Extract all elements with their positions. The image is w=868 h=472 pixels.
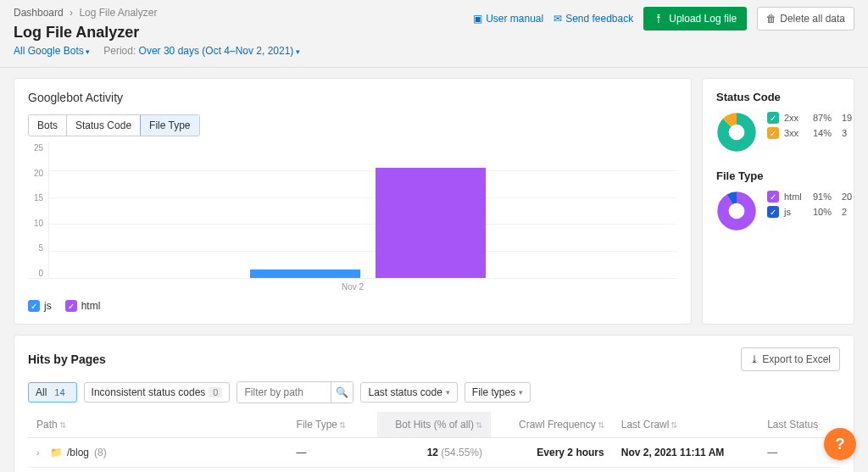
tab-bots[interactable]: Bots — [29, 115, 67, 136]
y-tick: 15 — [28, 193, 43, 203]
row-crawl-freq: Every 2 hours — [491, 438, 613, 468]
sort-icon: ⇅ — [339, 420, 346, 430]
page-header: Dashboard › Log File Analyzer Log File A… — [0, 0, 868, 68]
legend-row-2xx[interactable]: ✓ 2xx 87% 19 — [767, 112, 852, 124]
pill-count: 0 — [209, 387, 222, 397]
main-content: Googlebot Activity Bots Status Code File… — [0, 68, 868, 472]
chart-x-label: Nov 2 — [28, 282, 677, 292]
legend-count: 3 — [842, 128, 847, 138]
book-icon: ▣ — [473, 13, 482, 25]
help-fab[interactable]: ? — [824, 428, 856, 460]
chat-icon: ✉ — [554, 13, 562, 25]
filter-pill-all[interactable]: All 14 — [28, 382, 77, 403]
file-type-block: ✓ html 91% 20 ✓ js 10% 2 — [716, 191, 840, 231]
status-code-donut — [716, 112, 757, 153]
header-filters: All Google Bots Period: Over 30 days (Oc… — [14, 45, 300, 57]
sort-icon: ⇅ — [598, 420, 604, 430]
row-path: /blog — [67, 447, 89, 458]
send-feedback-label: Send feedback — [565, 13, 633, 25]
col-path[interactable]: Path⇅ — [28, 412, 288, 438]
col-bot-hits[interactable]: Bot Hits (% of all)⇅ — [377, 412, 491, 438]
row-last-status: 200 — [759, 468, 840, 473]
sort-icon: ⇅ — [476, 420, 482, 430]
checkbox-icon: ✓ — [65, 300, 77, 312]
pill-label: Inconsistent status codes — [92, 386, 206, 398]
checkbox-icon: ✓ — [28, 300, 40, 312]
chart-plot — [48, 143, 677, 278]
bots-filter-dropdown[interactable]: All Google Bots — [14, 45, 90, 57]
legend-label: 3xx — [784, 128, 808, 138]
row-crawl-freq: Every 8 hours — [491, 468, 613, 473]
file-type-title: File Type — [716, 169, 840, 182]
file-type-legend: ✓ html 91% 20 ✓ js 10% 2 — [767, 191, 852, 231]
table-row[interactable]: ›📁/blog (8)—12 (54.55%)Every 2 hoursNov … — [28, 438, 840, 468]
y-tick: 25 — [28, 143, 43, 153]
expand-icon[interactable]: › — [36, 448, 45, 458]
activity-card-title: Googlebot Activity — [28, 91, 677, 104]
hits-title: Hits by Pages — [28, 353, 106, 366]
row-file-type: html — [288, 468, 377, 473]
status-code-legend: ✓ 2xx 87% 19 ✓ 3xx 14% 3 — [767, 112, 852, 153]
col-crawl-freq[interactable]: Crawl Frequency⇅ — [491, 412, 613, 438]
path-search-button[interactable]: 🔍 — [331, 382, 353, 403]
legend-pct: 14% — [813, 128, 837, 138]
upload-log-label: Upload Log file — [669, 13, 737, 25]
chart-bars — [250, 168, 486, 278]
search-icon: 🔍 — [336, 386, 348, 398]
period-label: Period: — [103, 45, 136, 57]
breadcrumb-separator: › — [70, 7, 73, 19]
last-status-code-dropdown[interactable]: Last status code — [360, 382, 457, 403]
breadcrumb: Dashboard › Log File Analyzer — [14, 7, 300, 19]
dropdown-label: File types — [472, 386, 515, 398]
legend-row-js[interactable]: ✓ js 10% 2 — [767, 206, 852, 218]
user-manual-link[interactable]: ▣ User manual — [473, 13, 543, 25]
svg-point-2 — [730, 125, 743, 139]
checkbox-icon: ✓ — [767, 127, 779, 139]
legend-row-html[interactable]: ✓ html 91% 20 — [767, 191, 852, 203]
y-tick: 20 — [28, 169, 43, 178]
send-feedback-link[interactable]: ✉ Send feedback — [554, 13, 633, 25]
hits-table: Path⇅ File Type⇅ Bot Hits (% of all)⇅ Cr… — [28, 412, 840, 472]
legend-pct: 87% — [813, 113, 837, 123]
export-icon: ⤓ — [750, 353, 759, 365]
upload-icon: ⭱ — [654, 13, 664, 25]
y-tick: 10 — [28, 219, 43, 228]
export-to-excel-button[interactable]: ⤓ Export to Excel — [741, 347, 840, 371]
file-types-dropdown[interactable]: File types — [465, 382, 531, 403]
delete-all-data-button[interactable]: 🗑 Delete all data — [757, 7, 854, 31]
tab-status-code[interactable]: Status Code — [67, 115, 141, 136]
col-last-crawl[interactable]: Last Crawl⇅ — [613, 412, 759, 438]
legend-label: js — [44, 300, 52, 312]
legend-label: html — [784, 192, 808, 202]
folder-icon: 📁 — [50, 447, 62, 458]
col-file-type[interactable]: File Type⇅ — [288, 412, 377, 438]
row-last-crawl: Nov 2, 2021 11:11 AM — [613, 438, 759, 468]
row-path-count: (8) — [94, 447, 107, 458]
legend-pct: 10% — [813, 207, 837, 217]
activity-chart: 25 20 15 10 5 0 — [28, 143, 677, 279]
row-bot-hits: 3 (13.64%) — [377, 468, 491, 473]
trash-icon: 🗑 — [766, 13, 776, 25]
legend-row-3xx[interactable]: ✓ 3xx 14% 3 — [767, 127, 852, 139]
googlebot-activity-card: Googlebot Activity Bots Status Code File… — [14, 78, 692, 325]
y-tick: 0 — [28, 269, 43, 278]
checkbox-icon: ✓ — [767, 206, 779, 218]
row-last-crawl: Nov 2, 2021 11:18 AM — [613, 468, 759, 473]
upload-log-button[interactable]: ⭱ Upload Log file — [643, 7, 747, 31]
sort-icon: ⇅ — [670, 420, 677, 430]
hits-by-pages-card: Hits by Pages ⤓ Export to Excel All 14 I… — [14, 335, 854, 472]
sort-icon: ⇅ — [59, 420, 66, 430]
table-row[interactable]: 🗎/html3 (13.64%)Every 8 hoursNov 2, 2021… — [28, 468, 840, 473]
breadcrumb-root-link[interactable]: Dashboard — [14, 7, 64, 19]
path-search: 🔍 — [236, 381, 353, 403]
legend-item-html[interactable]: ✓ html — [65, 300, 101, 312]
legend-item-js[interactable]: ✓ js — [28, 300, 52, 312]
path-search-input[interactable] — [237, 382, 331, 403]
period-filter-dropdown[interactable]: Over 30 days (Oct 4–Nov 2, 2021) — [139, 45, 300, 57]
filter-pill-inconsistent[interactable]: Inconsistent status codes 0 — [84, 382, 231, 403]
chart-y-axis: 25 20 15 10 5 0 — [28, 143, 48, 278]
dropdown-label: Last status code — [368, 386, 442, 398]
tab-file-type[interactable]: File Type — [140, 114, 199, 136]
checkbox-icon: ✓ — [767, 191, 779, 203]
pill-label: All — [36, 386, 47, 398]
